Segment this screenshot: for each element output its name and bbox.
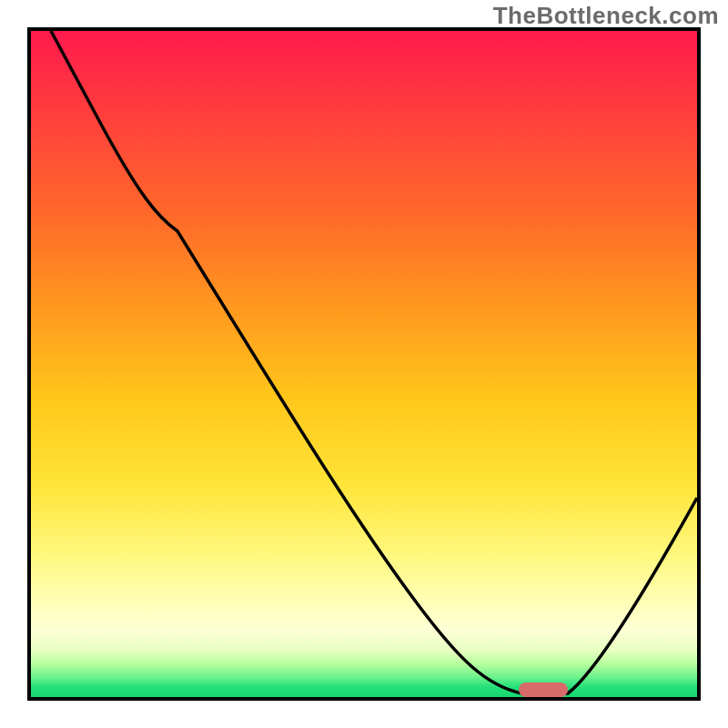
optimal-marker — [519, 682, 568, 697]
chart-overlay — [31, 31, 697, 697]
watermark-text: TheBottleneck.com — [493, 2, 719, 30]
chart-container: TheBottleneck.com — [0, 0, 728, 728]
plot-frame — [27, 27, 701, 701]
bottleneck-curve — [51, 31, 697, 695]
